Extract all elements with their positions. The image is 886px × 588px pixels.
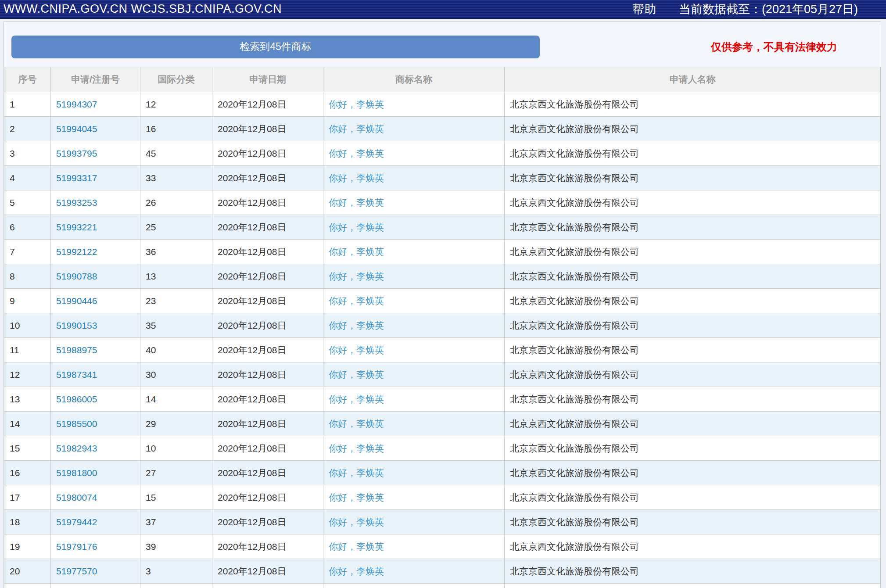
- registration-no-cell: 51982943: [51, 436, 140, 461]
- trademark-name-link[interactable]: 你好，李焕英: [329, 296, 384, 306]
- registration-no-cell: 51987341: [51, 362, 140, 387]
- applicant-name-cell: 北京京西文化旅游股份有限公司: [505, 362, 881, 387]
- trademark-name-link[interactable]: 你好，李焕英: [329, 468, 384, 478]
- trademark-name-link[interactable]: 你好，李焕英: [329, 345, 384, 355]
- registration-number-link[interactable]: 51990788: [56, 271, 97, 281]
- registration-number-link[interactable]: 51979442: [56, 517, 97, 527]
- registration-number-link[interactable]: 51981800: [56, 468, 97, 478]
- site-domains-text: WWW.CNIPA.GOV.CN WCJS.SBJ.CNIPA.GOV.CN: [0, 2, 282, 16]
- registration-number-link[interactable]: 51992122: [56, 247, 97, 257]
- registration-number-link[interactable]: 51987341: [56, 369, 97, 380]
- col-header-index: 序号: [4, 67, 51, 92]
- registration-number-link[interactable]: 51979176: [56, 541, 97, 552]
- intl-class-cell: 10: [140, 436, 212, 461]
- registration-no-cell: 51990153: [51, 313, 140, 338]
- registration-number-link[interactable]: 51994045: [56, 124, 97, 134]
- filing-date-cell: 2020年12月08日: [212, 362, 323, 387]
- trademark-name-link[interactable]: 你好，李焕英: [329, 148, 384, 158]
- registration-number-link[interactable]: 51993221: [56, 222, 97, 232]
- table-row: 1451985500292020年12月08日你好，李焕英北京京西文化旅游股份有…: [4, 412, 881, 436]
- trademark-name-link[interactable]: 你好，李焕英: [329, 197, 384, 208]
- filing-date-cell: 2020年12月08日: [212, 313, 323, 338]
- registration-no-cell: 51993795: [51, 141, 140, 166]
- intl-class-cell: 13: [140, 264, 212, 289]
- table-row: 851990788132020年12月08日你好，李焕英北京京西文化旅游股份有限…: [4, 264, 881, 289]
- row-index-cell: [4, 584, 51, 588]
- filing-date-cell: 2020年12月08日: [212, 215, 323, 240]
- table-row: 1751980074152020年12月08日你好，李焕英北京京西文化旅游股份有…: [4, 485, 881, 510]
- registration-number-link[interactable]: 51988975: [56, 345, 97, 355]
- registration-number-link[interactable]: 51990153: [56, 320, 97, 330]
- trademark-name-cell: 你好，李焕英: [323, 215, 505, 240]
- table-row: 1951979176392020年12月08日你好，李焕英北京京西文化旅游股份有…: [4, 534, 881, 559]
- row-index-cell: 10: [4, 313, 51, 338]
- trademark-name-cell: 你好，李焕英: [323, 534, 505, 559]
- trademark-name-link[interactable]: 你好，李焕英: [329, 492, 384, 502]
- trademark-name-link[interactable]: 你好，李焕英: [329, 443, 384, 453]
- trademark-name-link[interactable]: 你好，李焕英: [329, 369, 384, 380]
- applicant-name-cell: 北京京西文化旅游股份有限公司: [505, 166, 881, 190]
- top-header-bar: WWW.CNIPA.GOV.CN WCJS.SBJ.CNIPA.GOV.CN 帮…: [0, 0, 886, 19]
- table-row: 951990446232020年12月08日你好，李焕英北京京西文化旅游股份有限…: [4, 289, 881, 313]
- filing-date-cell: 2020年12月08日: [212, 534, 323, 559]
- trademark-name-cell: 你好，李焕英: [323, 436, 505, 461]
- trademark-name-link[interactable]: 你好，李焕英: [329, 173, 384, 183]
- intl-class-cell: 45: [140, 141, 212, 166]
- registration-no-cell: 51980074: [51, 485, 140, 510]
- table-row: 1551982943102020年12月08日你好，李焕英北京京西文化旅游股份有…: [4, 436, 881, 461]
- trademark-name-link[interactable]: 你好，李焕英: [329, 566, 384, 576]
- trademark-name-link[interactable]: 你好，李焕英: [329, 541, 384, 552]
- registration-number-link[interactable]: 51980074: [56, 492, 97, 502]
- table-row: 151994307122020年12月08日你好，李焕英北京京西文化旅游股份有限…: [4, 92, 881, 117]
- trademark-name-link[interactable]: 你好，李焕英: [329, 124, 384, 134]
- trademark-name-cell: 你好，李焕英: [323, 240, 505, 264]
- result-header-section: 检索到45件商标 仅供参考，不具有法律效力: [4, 22, 881, 63]
- trademark-name-link[interactable]: 你好，李焕英: [329, 247, 384, 257]
- intl-class-cell: 16: [140, 117, 212, 141]
- registration-number-link[interactable]: 51993253: [56, 197, 97, 208]
- table-row: 1051990153352020年12月08日你好，李焕英北京京西文化旅游股份有…: [4, 313, 881, 338]
- applicant-name-cell: 北京京西文化旅游股份有限公司: [505, 412, 881, 436]
- applicant-name-cell: 北京京西文化旅游股份有限公司: [505, 485, 881, 510]
- registration-number-link[interactable]: 51993795: [56, 148, 97, 158]
- intl-class-cell: 36: [140, 240, 212, 264]
- row-index-cell: 18: [4, 510, 51, 534]
- filing-date-cell: 2020年12月08日: [212, 412, 323, 436]
- trademark-name-link[interactable]: 你好，李焕英: [329, 320, 384, 330]
- applicant-name-cell: 北京京西文化旅游股份有限公司: [505, 313, 881, 338]
- applicant-name-cell: 北京京西文化旅游股份有限公司: [505, 461, 881, 485]
- registration-number-link[interactable]: 51994307: [56, 99, 97, 109]
- intl-class-cell: 15: [140, 485, 212, 510]
- applicant-name-cell: 北京京西文化旅游股份有限公司: [505, 141, 881, 166]
- registration-no-cell: 51994045: [51, 117, 140, 141]
- trademark-name-link[interactable]: 你好，李焕英: [329, 394, 384, 404]
- intl-class-cell: 26: [140, 190, 212, 215]
- trademark-name-cell: 你好，李焕英: [323, 412, 505, 436]
- trademark-name-cell: 你好，李焕英: [323, 338, 505, 362]
- help-link[interactable]: 帮助: [632, 1, 656, 17]
- intl-class-cell: 30: [140, 362, 212, 387]
- row-index-cell: 9: [4, 289, 51, 313]
- applicant-name-cell: [505, 584, 881, 588]
- row-index-cell: 1: [4, 92, 51, 117]
- registration-number-link[interactable]: 51986005: [56, 394, 97, 404]
- registration-number-link[interactable]: 51993317: [56, 173, 97, 183]
- intl-class-cell: 39: [140, 534, 212, 559]
- registration-no-cell: 51981800: [51, 461, 140, 485]
- intl-class-cell: 37: [140, 510, 212, 534]
- table-row: 651993221252020年12月08日你好，李焕英北京京西文化旅游股份有限…: [4, 215, 881, 240]
- intl-class-cell: 40: [140, 338, 212, 362]
- trademark-name-link[interactable]: 你好，李焕英: [329, 99, 384, 109]
- trademark-name-link[interactable]: 你好，李焕英: [329, 222, 384, 232]
- registration-number-link[interactable]: 51985500: [56, 419, 97, 429]
- row-index-cell: 14: [4, 412, 51, 436]
- trademark-name-link[interactable]: 你好，李焕英: [329, 419, 384, 429]
- registration-number-link[interactable]: 51990446: [56, 296, 97, 306]
- trademark-name-link[interactable]: 你好，李焕英: [329, 517, 384, 527]
- trademark-name-link[interactable]: 你好，李焕英: [329, 271, 384, 281]
- registration-no-cell: 51994307: [51, 92, 140, 117]
- registration-number-link[interactable]: 51982943: [56, 443, 97, 453]
- trademark-name-cell: 你好，李焕英: [323, 92, 505, 117]
- data-cutoff-value: (2021年05月27日): [762, 3, 858, 16]
- registration-number-link[interactable]: 51977570: [56, 566, 97, 576]
